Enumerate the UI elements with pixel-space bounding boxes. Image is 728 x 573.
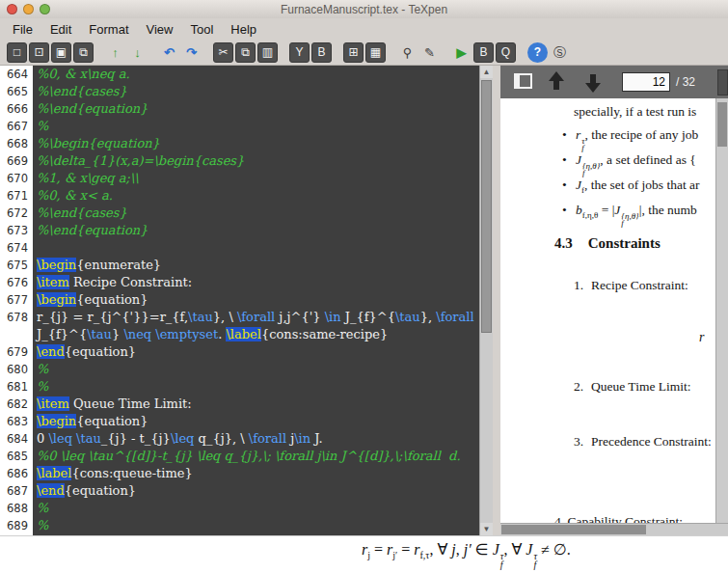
compile-run-button[interactable]: ▶ <box>451 42 472 63</box>
new-file-button[interactable]: □ <box>7 42 27 63</box>
editor-line[interactable]: 676\item Recipe Constraint: <box>0 274 479 291</box>
code-text[interactable]: \end{equation} <box>33 482 479 500</box>
find-button[interactable]: ⚲ <box>397 42 418 63</box>
code-text[interactable]: %0, & x< a. <box>33 187 479 205</box>
menu-tool[interactable]: Tool <box>181 20 222 39</box>
code-text[interactable]: %1, & x\geq a;\\ <box>33 170 479 187</box>
editor-line[interactable]: 689% <box>0 517 479 534</box>
open-file-button[interactable]: ⊡ <box>29 42 49 63</box>
find-replace-button[interactable]: ✎ <box>419 42 440 63</box>
preview-vertical-scrollbar[interactable] <box>715 98 728 523</box>
code-text[interactable]: %\end{cases} <box>33 205 479 222</box>
next-page-button[interactable] <box>581 69 607 95</box>
cut-button[interactable]: ✂ <box>213 42 233 63</box>
code-text[interactable]: %0, & x\neq a. <box>33 66 479 83</box>
scroll-up-icon[interactable]: ▲ <box>480 66 493 78</box>
editor-line[interactable]: 669%\delta_{1}(x,a)=\begin{cases} <box>0 152 479 170</box>
editor-line[interactable]: 683\begin{equation} <box>0 413 479 430</box>
editor-line[interactable]: 686\label{cons:queue-time} <box>0 465 479 482</box>
code-text[interactable]: %\end{equation} <box>33 100 479 118</box>
undo-button[interactable]: ↶ <box>159 42 179 63</box>
save-as-button[interactable]: ⧉ <box>73 42 94 63</box>
code-text[interactable]: %\end{equation} <box>33 222 479 239</box>
editor-line[interactable]: 680% <box>0 361 479 378</box>
minimize-button[interactable] <box>23 4 34 14</box>
editor-line[interactable]: 6840 \leq \tau_{j} - t_{j}\leq q_{j}, \ … <box>0 430 479 448</box>
editor-line[interactable]: 675\begin{enumerate} <box>0 257 479 274</box>
editor-line[interactable]: 687\end{equation} <box>0 482 479 500</box>
nav-back-button[interactable]: ↑ <box>105 42 125 63</box>
editor-line[interactable]: 685%0 \leq \tau^{[d]}-t_{j} \leq q_{j},\… <box>0 448 479 465</box>
editor-line[interactable]: 664%0, & x\neq a. <box>0 66 479 83</box>
preview-horizontal-scrollbar-thumb[interactable] <box>501 525 646 534</box>
editor-line[interactable]: 672%\end{cases} <box>0 205 479 222</box>
editor-line[interactable]: 682\item Queue Time Limit: <box>0 396 479 413</box>
help-button[interactable]: ? <box>527 42 548 63</box>
page-number-input[interactable] <box>622 72 670 92</box>
editor-line[interactable]: 679\end{equation} <box>0 343 479 361</box>
editor-line[interactable]: 673%\end{equation} <box>0 222 479 239</box>
code-text[interactable]: \begin{equation} <box>33 413 479 430</box>
build-button[interactable]: B <box>473 42 494 63</box>
redo-button[interactable]: ↷ <box>181 42 202 63</box>
editor-line[interactable]: 668%\begin{equation} <box>0 135 479 152</box>
code-text[interactable]: %\delta_{1}(x,a)=\begin{cases} <box>33 152 479 170</box>
nav-forward-button[interactable]: ↓ <box>127 42 148 63</box>
sidebar-toggle-button[interactable] <box>508 70 533 94</box>
editor-line[interactable]: 678r_{j} = r_{j^{'}}=r_{f,\tau}, \ \fora… <box>0 309 479 343</box>
menu-format[interactable]: Format <box>80 20 137 39</box>
editor-line[interactable]: 667% <box>0 118 479 135</box>
code-text[interactable]: % <box>33 517 479 534</box>
code-text[interactable]: % <box>33 118 479 135</box>
menu-view[interactable]: View <box>138 20 182 39</box>
code-text[interactable]: % <box>33 378 479 396</box>
code-text[interactable]: r_{j} = r_{j^{'}}=r_{f,\tau}, \ \forall … <box>33 309 479 343</box>
editor-line[interactable]: 681% <box>0 378 479 396</box>
code-text[interactable]: \label{cons:queue-time} <box>33 465 479 482</box>
save-button[interactable]: ▣ <box>51 42 71 63</box>
main-area: 664%0, & x\neq a.665%\end{cases}666%\end… <box>0 66 728 535</box>
editor-line[interactable]: 688% <box>0 500 479 517</box>
menu-edit[interactable]: Edit <box>41 20 80 39</box>
insert-table-button[interactable]: ⊞ <box>343 42 364 63</box>
editor-line[interactable]: 666%\end{equation} <box>0 100 479 118</box>
close-button[interactable] <box>7 4 17 14</box>
code-text[interactable]: %\begin{equation} <box>33 135 479 152</box>
copy-button[interactable]: ⧉ <box>235 42 256 63</box>
clipped-toolbar-button[interactable] <box>717 69 728 96</box>
editor-line[interactable]: 665%\end{cases} <box>0 83 479 100</box>
editor-line[interactable]: 674 <box>0 239 479 257</box>
scroll-down-icon[interactable]: ▼ <box>480 523 493 535</box>
code-text[interactable]: \item Recipe Constraint: <box>33 274 479 291</box>
menu-help[interactable]: Help <box>222 20 265 39</box>
pane-splitter[interactable] <box>493 66 500 535</box>
maximize-button[interactable] <box>40 4 50 14</box>
code-text[interactable]: \item Queue Time Limit: <box>33 396 479 413</box>
code-text[interactable]: %\end{cases} <box>33 83 479 100</box>
quick-build-button[interactable]: Q <box>496 42 516 63</box>
code-text[interactable] <box>33 239 479 257</box>
bold-button[interactable]: B <box>311 42 332 63</box>
code-text[interactable]: \end{equation} <box>33 343 479 361</box>
style-y-button[interactable]: Y <box>289 42 310 63</box>
editor-scrollbar[interactable]: ▲ ▼ <box>479 66 493 535</box>
editor-line[interactable]: 670%1, & x\geq a;\\ <box>0 170 479 187</box>
code-text[interactable]: \begin{equation} <box>33 291 479 309</box>
editor-line[interactable]: 677\begin{equation} <box>0 291 479 309</box>
preview-horizontal-scrollbar[interactable] <box>500 523 728 535</box>
previous-page-button[interactable] <box>545 69 570 95</box>
editor-scrollbar-thumb[interactable] <box>481 80 492 333</box>
insert-image-button[interactable]: ▦ <box>365 42 386 63</box>
code-text[interactable]: %0 \leq \tau^{[d]}-t_{j} \leq q_{j},\; \… <box>33 448 479 465</box>
code-text[interactable]: % <box>33 361 479 378</box>
menu-file[interactable]: File <box>4 20 41 39</box>
editor-line[interactable]: 671%0, & x< a. <box>0 187 479 205</box>
about-button[interactable]: Ⓢ <box>550 42 570 63</box>
code-text[interactable]: \begin{enumerate} <box>33 257 479 274</box>
code-text[interactable]: 0 \leq \tau_{j} - t_{j}\leq q_{j}, \ \fo… <box>33 430 479 448</box>
editor-lines[interactable]: 664%0, & x\neq a.665%\end{cases}666%\end… <box>0 66 479 535</box>
editor-pane[interactable]: 664%0, & x\neq a.665%\end{cases}666%\end… <box>0 66 493 535</box>
preview-vertical-scrollbar-thumb[interactable] <box>717 102 727 147</box>
code-text[interactable]: % <box>33 500 479 517</box>
paste-button[interactable]: ▥ <box>257 42 278 63</box>
